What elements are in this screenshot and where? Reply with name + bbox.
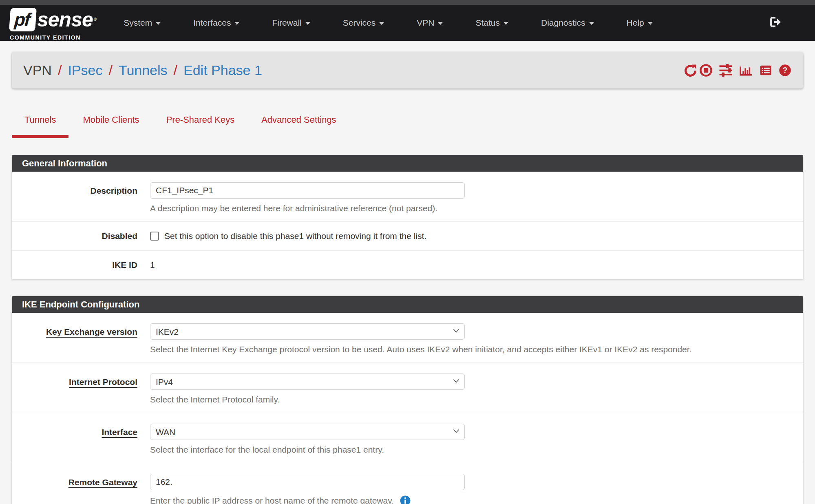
status-graphs-button[interactable] bbox=[739, 64, 753, 77]
description-label: Description bbox=[12, 182, 150, 213]
key-exchange-help: Select the Internet Key Exchange protoco… bbox=[150, 345, 803, 354]
key-exchange-row: Key Exchange version IKEv2 Select the In… bbox=[12, 313, 803, 363]
breadcrumb-tunnels-link[interactable]: Tunnels bbox=[119, 62, 168, 78]
breadcrumb-bar: VPN / IPsec / Tunnels / Edit Phase 1 bbox=[12, 52, 803, 88]
interface-label: Interface bbox=[12, 424, 150, 455]
tab-label: Advanced Settings bbox=[261, 115, 336, 125]
breadcrumb-ipsec-link[interactable]: IPsec bbox=[68, 62, 102, 78]
menu-item-system[interactable]: System bbox=[107, 18, 177, 28]
menu-label: Interfaces bbox=[193, 18, 231, 28]
menu-item-diagnostics[interactable]: Diagnostics bbox=[525, 18, 610, 28]
tab-tunnels[interactable]: Tunnels bbox=[12, 115, 68, 138]
remote-gateway-help: Enter the public IP address or host name… bbox=[150, 496, 394, 504]
menu-item-firewall[interactable]: Firewall bbox=[256, 18, 326, 28]
window-top-strip bbox=[0, 0, 815, 5]
related-settings-button[interactable] bbox=[718, 64, 733, 77]
ike-id-label: IKE ID bbox=[12, 260, 150, 270]
top-navbar: pf sense ® COMMUNITY EDITION System Inte… bbox=[0, 5, 815, 41]
internet-protocol-select[interactable]: IPv4 bbox=[150, 374, 465, 390]
sliders-icon bbox=[718, 64, 733, 77]
description-help: A description may be entered here for ad… bbox=[150, 203, 803, 213]
bar-chart-icon bbox=[739, 64, 753, 77]
chevron-down-icon bbox=[438, 22, 443, 25]
menu-label: Services bbox=[343, 18, 376, 28]
stop-service-button[interactable] bbox=[699, 64, 713, 77]
ike-id-row: IKE ID 1 bbox=[12, 251, 803, 279]
remote-gateway-label: Remote Gateway bbox=[12, 474, 150, 504]
breadcrumb-vpn: VPN bbox=[23, 62, 52, 78]
tab-pre-shared-keys[interactable]: Pre-Shared Keys bbox=[154, 115, 247, 138]
main-menu: System Interfaces Firewall Services VPN … bbox=[107, 18, 669, 28]
interface-row: Interface WAN Select the interface for t… bbox=[12, 413, 803, 463]
description-row: Description A description may be entered… bbox=[12, 172, 803, 222]
breadcrumb-separator: / bbox=[108, 62, 112, 78]
log-icon bbox=[759, 64, 773, 77]
interface-help: Select the interface for the local endpo… bbox=[150, 445, 803, 455]
tab-label: Tunnels bbox=[24, 115, 56, 125]
tab-advanced-settings[interactable]: Advanced Settings bbox=[249, 115, 349, 138]
tab-label: Mobile Clients bbox=[83, 115, 139, 125]
view-log-button[interactable] bbox=[759, 64, 773, 77]
interface-select[interactable]: WAN bbox=[150, 424, 465, 440]
disabled-label: Disabled bbox=[12, 231, 150, 241]
disabled-checkbox[interactable] bbox=[150, 232, 159, 241]
pfsense-logo-icon: pf bbox=[9, 8, 37, 31]
general-information-panel: General Information Description A descri… bbox=[12, 155, 803, 279]
menu-item-help[interactable]: Help bbox=[610, 18, 669, 28]
chevron-down-icon bbox=[305, 22, 310, 25]
breadcrumb-separator: / bbox=[174, 62, 177, 78]
logo-sense-text: sense bbox=[37, 9, 93, 30]
internet-protocol-label: Internet Protocol bbox=[12, 374, 150, 405]
stop-icon bbox=[699, 64, 713, 77]
chevron-down-icon bbox=[379, 22, 384, 25]
sign-out-icon bbox=[769, 15, 782, 29]
logo-edition-text: COMMUNITY EDITION bbox=[10, 34, 97, 41]
general-information-header: General Information bbox=[12, 155, 803, 172]
breadcrumb: VPN / IPsec / Tunnels / Edit Phase 1 bbox=[23, 62, 262, 78]
remote-gateway-input[interactable] bbox=[150, 474, 465, 490]
refresh-icon bbox=[684, 64, 697, 77]
chevron-down-icon bbox=[504, 22, 508, 25]
breadcrumb-separator: / bbox=[58, 62, 62, 78]
logout-button[interactable] bbox=[769, 15, 782, 30]
menu-item-status[interactable]: Status bbox=[459, 18, 525, 28]
menu-label: VPN bbox=[417, 18, 434, 28]
logo-pf-text: pf bbox=[13, 9, 30, 30]
chevron-down-icon bbox=[648, 22, 653, 25]
chevron-down-icon bbox=[156, 22, 161, 25]
description-input[interactable] bbox=[150, 182, 465, 199]
remote-gateway-info-button[interactable] bbox=[400, 495, 411, 504]
help-icon: ? bbox=[778, 64, 792, 77]
menu-item-vpn[interactable]: VPN bbox=[400, 18, 459, 28]
menu-item-services[interactable]: Services bbox=[327, 18, 401, 28]
svg-text:?: ? bbox=[783, 66, 788, 75]
ike-endpoint-configuration-panel: IKE Endpoint Configuration Key Exchange … bbox=[12, 296, 803, 504]
menu-item-interfaces[interactable]: Interfaces bbox=[177, 18, 256, 28]
tab-mobile-clients[interactable]: Mobile Clients bbox=[70, 115, 152, 138]
logo-link[interactable]: pf sense ® COMMUNITY EDITION bbox=[10, 8, 97, 41]
disabled-checkbox-label[interactable]: Set this option to disable this phase1 w… bbox=[164, 231, 426, 241]
ike-endpoint-configuration-header: IKE Endpoint Configuration bbox=[12, 296, 803, 313]
key-exchange-label: Key Exchange version bbox=[12, 323, 150, 354]
menu-label: Help bbox=[627, 18, 644, 28]
ike-id-value: 1 bbox=[150, 260, 803, 270]
chevron-down-icon bbox=[589, 22, 594, 25]
tab-label: Pre-Shared Keys bbox=[166, 115, 235, 125]
menu-label: Status bbox=[475, 18, 500, 28]
chevron-down-icon bbox=[234, 22, 239, 25]
menu-label: System bbox=[124, 18, 152, 28]
help-button[interactable]: ? bbox=[778, 64, 792, 77]
menu-label: Firewall bbox=[272, 18, 301, 28]
registered-mark: ® bbox=[94, 17, 97, 22]
key-exchange-select[interactable]: IKEv2 bbox=[150, 323, 465, 340]
disabled-row: Disabled Set this option to disable this… bbox=[12, 222, 803, 251]
page-action-icons: ? bbox=[678, 64, 792, 77]
internet-protocol-help: Select the Internet Protocol family. bbox=[150, 395, 803, 405]
info-icon bbox=[400, 495, 411, 504]
remote-gateway-row: Remote Gateway Enter the public IP addre… bbox=[12, 463, 803, 504]
breadcrumb-edit-phase-1[interactable]: Edit Phase 1 bbox=[183, 62, 262, 78]
menu-label: Diagnostics bbox=[541, 18, 585, 28]
tab-bar: Tunnels Mobile Clients Pre-Shared Keys A… bbox=[12, 115, 803, 138]
restart-service-button[interactable] bbox=[684, 64, 697, 77]
internet-protocol-row: Internet Protocol IPv4 Select the Intern… bbox=[12, 363, 803, 413]
